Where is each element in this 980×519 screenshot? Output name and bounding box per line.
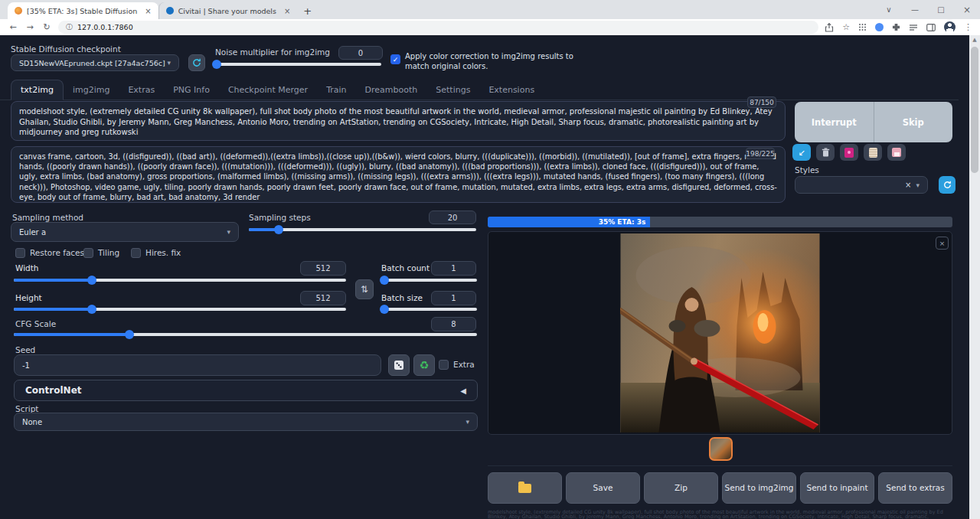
seed-label: Seed	[15, 345, 35, 354]
tab-settings[interactable]: Settings	[426, 80, 479, 100]
noise-multiplier-label: Noise multiplier for img2img	[215, 47, 330, 57]
bookmark-star-icon[interactable]: ☆	[842, 22, 850, 32]
hires-fix-checkbox[interactable]	[131, 248, 141, 258]
negative-prompt-textarea[interactable]: canvas frame, cartoon, 3d, ((disfigured)…	[11, 146, 786, 203]
clear-prompt-button[interactable]	[816, 144, 835, 161]
swap-width-height-button[interactable]: ⇅	[355, 279, 374, 299]
back-icon[interactable]: ←	[8, 22, 18, 32]
refresh-checkpoint-button[interactable]	[188, 54, 205, 71]
reuse-seed-button[interactable]: ♻	[413, 354, 435, 376]
forward-icon[interactable]: →	[24, 22, 35, 32]
close-window-button[interactable]: ×	[954, 5, 980, 15]
cfg-scale-slider[interactable]	[14, 330, 477, 339]
styles-dropdown[interactable]: × ▾	[795, 176, 928, 194]
tiling-checkbox[interactable]	[83, 248, 93, 258]
sampling-steps-slider[interactable]	[249, 225, 476, 234]
skip-button[interactable]: Skip	[874, 102, 953, 142]
generation-progress-bar: 35% ETA: 3s	[488, 217, 952, 227]
height-slider[interactable]	[14, 305, 346, 314]
batch-count-value[interactable]: 1	[431, 261, 476, 276]
tab-dreambooth[interactable]: Dreambooth	[356, 80, 427, 100]
browser-tab-civitai[interactable]: Civitai | Share your models ×	[158, 2, 298, 19]
height-value[interactable]: 512	[300, 291, 346, 305]
refresh-icon	[192, 58, 201, 67]
tab-extensions[interactable]: Extensions	[479, 80, 544, 100]
apply-style-button[interactable]	[887, 144, 906, 161]
side-panel-icon[interactable]	[926, 24, 936, 31]
send-to-inpaint-button[interactable]: Send to inpaint	[800, 472, 874, 504]
sampling-steps-value[interactable]: 20	[429, 211, 476, 224]
noise-multiplier-slider[interactable]	[215, 60, 381, 69]
tab-train[interactable]: Train	[317, 80, 355, 100]
width-slider[interactable]	[14, 276, 346, 285]
zip-button[interactable]: Zip	[644, 472, 718, 504]
scrollbar-thumb[interactable]	[971, 47, 978, 173]
seed-value: -1	[22, 361, 30, 370]
url-field[interactable]: ⓘ 127.0.0.1:7860	[58, 21, 818, 34]
share-icon[interactable]	[825, 23, 834, 32]
random-seed-button[interactable]	[388, 354, 410, 376]
color-correction-checkbox[interactable]: ✓	[390, 54, 400, 64]
extra-networks-button[interactable]	[840, 144, 858, 161]
batch-count-slider[interactable]	[381, 276, 477, 285]
color-correction-label: Apply color correction to img2img result…	[405, 51, 575, 71]
open-folder-button[interactable]	[488, 472, 562, 504]
reading-list-icon[interactable]	[909, 24, 918, 31]
save-style-button[interactable]	[864, 144, 882, 161]
browser-menu-icon[interactable]: ⋮	[964, 22, 972, 32]
sampling-method-dropdown[interactable]: Euler a ▾	[11, 222, 239, 242]
send-to-extras-button[interactable]: Send to extras	[878, 472, 952, 504]
extension-blue-icon[interactable]	[875, 23, 884, 31]
tab-checkpoint-merger[interactable]: Checkpoint Merger	[219, 80, 317, 100]
interrupt-button[interactable]: Interrupt	[795, 102, 874, 142]
extra-seed-label: Extra	[453, 360, 475, 369]
height-label: Height	[15, 293, 42, 302]
send-to-img2img-button[interactable]: Send to img2img	[722, 472, 796, 504]
generated-image[interactable]	[620, 233, 820, 432]
width-value[interactable]: 512	[300, 261, 346, 276]
controlnet-label: ControlNet	[25, 385, 82, 396]
chrome-chevron-icon[interactable]: ∨	[876, 5, 902, 14]
toolbar-icons: ☆ ⋮	[825, 21, 972, 33]
tab-close-icon[interactable]: ×	[142, 7, 151, 15]
tab-close-icon[interactable]: ×	[281, 7, 290, 15]
profile-avatar[interactable]	[944, 21, 956, 33]
browser-window: [35% ETA: 3s] Stable Diffusion × Civitai…	[0, 0, 980, 519]
maximize-button[interactable]: □	[928, 5, 954, 14]
batch-size-value[interactable]: 1	[431, 291, 476, 305]
checkpoint-dropdown[interactable]: SD15NewVAEpruned.ckpt [27a4ac756c] ▾	[11, 54, 179, 71]
tab-extras[interactable]: Extras	[119, 80, 164, 100]
trash-icon	[822, 148, 830, 157]
clear-styles-icon[interactable]: ×	[905, 181, 911, 189]
tab-img2img[interactable]: img2img	[64, 80, 119, 100]
refresh-styles-button[interactable]	[939, 176, 956, 194]
scrollbar-up-icon[interactable]: ▲	[969, 37, 980, 43]
apply-style-icon	[892, 148, 901, 157]
tab-png-info[interactable]: PNG Info	[164, 80, 219, 100]
civitai-favicon	[166, 7, 174, 15]
extra-seed-checkbox[interactable]	[439, 360, 449, 370]
dice-icon	[394, 360, 404, 370]
reload-icon[interactable]: ↻	[41, 22, 52, 32]
script-dropdown[interactable]: None ▾	[14, 413, 478, 431]
batch-size-slider[interactable]	[381, 305, 477, 314]
gallery-thumbnail[interactable]	[709, 437, 733, 461]
checkpoint-value: SD15NewVAEpruned.ckpt [27a4ac756c]	[19, 59, 165, 67]
tab-txt2img[interactable]: txt2img	[11, 80, 64, 100]
page-scrollbar[interactable]: ▲	[969, 35, 980, 519]
prompt-textarea[interactable]: modelshoot style, (extremely detailed CG…	[11, 101, 786, 141]
controlnet-accordion[interactable]: ControlNet ◀	[14, 380, 478, 401]
paste-generation-params-button[interactable]: ↙	[792, 144, 811, 161]
close-preview-icon[interactable]: ×	[936, 237, 949, 250]
new-tab-button[interactable]: +	[303, 2, 312, 19]
site-info-icon[interactable]: ⓘ	[66, 22, 73, 32]
restore-faces-checkbox[interactable]	[15, 248, 25, 258]
seed-input[interactable]: -1	[14, 354, 381, 376]
minimize-button[interactable]: —	[902, 5, 928, 14]
save-button[interactable]: Save	[566, 472, 640, 504]
apps-grid-icon[interactable]	[858, 23, 867, 31]
noise-multiplier-value[interactable]: 0	[338, 46, 383, 60]
extensions-puzzle-icon[interactable]	[892, 23, 900, 31]
gradio-favicon	[15, 7, 22, 15]
browser-tab-stable-diffusion[interactable]: [35% ETA: 3s] Stable Diffusion ×	[8, 2, 158, 19]
